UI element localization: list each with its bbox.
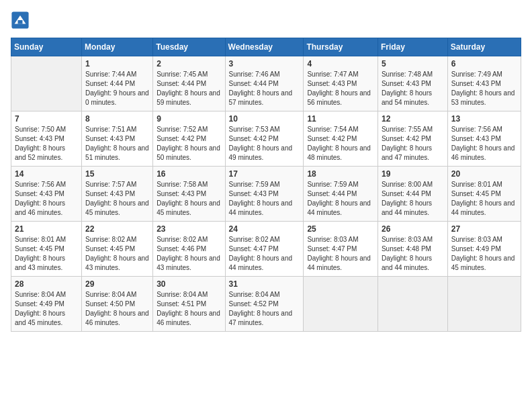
day-info: Sunrise: 7:52 AMSunset: 4:42 PMDaylight:…: [157, 125, 221, 163]
day-info: Sunrise: 7:45 AMSunset: 4:44 PMDaylight:…: [157, 70, 221, 107]
day-info: Sunrise: 7:50 AMSunset: 4:43 PMDaylight:…: [15, 125, 78, 163]
day-info: Sunrise: 8:03 AMSunset: 4:49 PMDaylight:…: [451, 235, 517, 273]
day-info: Sunrise: 7:58 AMSunset: 4:43 PMDaylight:…: [157, 180, 221, 218]
calendar-week-row: 21Sunrise: 8:01 AMSunset: 4:45 PMDayligh…: [11, 222, 521, 277]
weekday-header: Thursday: [304, 38, 378, 56]
calendar-cell: [11, 56, 82, 111]
day-number: 24: [229, 224, 300, 234]
calendar-cell: 13Sunrise: 7:56 AMSunset: 4:43 PMDayligh…: [447, 111, 521, 167]
calendar-body: 1Sunrise: 7:44 AMSunset: 4:44 PMDaylight…: [11, 56, 521, 332]
calendar-cell: 31Sunrise: 8:04 AMSunset: 4:52 PMDayligh…: [225, 277, 304, 332]
weekday-header: Saturday: [447, 38, 521, 56]
header-row: SundayMondayTuesdayWednesdayThursdayFrid…: [11, 38, 521, 56]
day-info: Sunrise: 8:00 AMSunset: 4:44 PMDaylight:…: [382, 180, 444, 218]
calendar-cell: 10Sunrise: 7:53 AMSunset: 4:42 PMDayligh…: [225, 111, 304, 167]
day-info: Sunrise: 8:02 AMSunset: 4:46 PMDaylight:…: [157, 235, 221, 273]
calendar-cell: 2Sunrise: 7:45 AMSunset: 4:44 PMDaylight…: [153, 56, 225, 111]
day-number: 16: [157, 169, 221, 179]
day-number: 8: [85, 114, 149, 124]
day-info: Sunrise: 8:04 AMSunset: 4:50 PMDaylight:…: [85, 290, 149, 328]
weekday-header: Tuesday: [153, 38, 225, 56]
day-info: Sunrise: 7:48 AMSunset: 4:43 PMDaylight:…: [382, 70, 444, 107]
calendar-cell: 7Sunrise: 7:50 AMSunset: 4:43 PMDaylight…: [11, 111, 82, 167]
day-info: Sunrise: 7:47 AMSunset: 4:43 PMDaylight:…: [307, 70, 374, 107]
day-number: 28: [15, 279, 78, 289]
calendar-cell: 11Sunrise: 7:54 AMSunset: 4:42 PMDayligh…: [304, 111, 378, 167]
calendar-week-row: 7Sunrise: 7:50 AMSunset: 4:43 PMDaylight…: [11, 111, 521, 167]
day-number: 23: [157, 224, 221, 234]
calendar-cell: 23Sunrise: 8:02 AMSunset: 4:46 PMDayligh…: [153, 222, 225, 277]
day-info: Sunrise: 7:46 AMSunset: 4:44 PMDaylight:…: [229, 70, 300, 107]
day-info: Sunrise: 8:01 AMSunset: 4:45 PMDaylight:…: [15, 235, 78, 273]
day-number: 31: [229, 279, 300, 289]
calendar-week-row: 1Sunrise: 7:44 AMSunset: 4:44 PMDaylight…: [11, 56, 521, 111]
calendar-cell: 28Sunrise: 8:04 AMSunset: 4:49 PMDayligh…: [11, 277, 82, 332]
calendar-cell: 5Sunrise: 7:48 AMSunset: 4:43 PMDaylight…: [378, 56, 447, 111]
day-number: 17: [229, 169, 300, 179]
weekday-header: Sunday: [11, 38, 82, 56]
calendar-table: SundayMondayTuesdayWednesdayThursdayFrid…: [11, 38, 521, 332]
day-number: 15: [85, 169, 149, 179]
svg-rect-2: [18, 20, 23, 24]
day-info: Sunrise: 7:59 AMSunset: 4:44 PMDaylight:…: [307, 180, 374, 218]
day-number: 6: [451, 59, 517, 68]
day-info: Sunrise: 7:51 AMSunset: 4:43 PMDaylight:…: [85, 125, 149, 163]
calendar-cell: 19Sunrise: 8:00 AMSunset: 4:44 PMDayligh…: [378, 167, 447, 222]
day-number: 13: [451, 114, 517, 124]
day-number: 1: [85, 59, 149, 68]
day-number: 7: [15, 114, 78, 124]
calendar-cell: 22Sunrise: 8:02 AMSunset: 4:45 PMDayligh…: [82, 222, 153, 277]
day-info: Sunrise: 7:49 AMSunset: 4:43 PMDaylight:…: [451, 70, 517, 107]
logo: [11, 11, 32, 30]
calendar-cell: 14Sunrise: 7:56 AMSunset: 4:43 PMDayligh…: [11, 167, 82, 222]
day-number: 4: [307, 59, 374, 68]
day-number: 27: [451, 224, 517, 234]
day-number: 30: [157, 279, 221, 289]
day-info: Sunrise: 8:01 AMSunset: 4:45 PMDaylight:…: [451, 180, 517, 218]
calendar-cell: 16Sunrise: 7:58 AMSunset: 4:43 PMDayligh…: [153, 167, 225, 222]
day-info: Sunrise: 7:59 AMSunset: 4:43 PMDaylight:…: [229, 180, 300, 218]
calendar-cell: 29Sunrise: 8:04 AMSunset: 4:50 PMDayligh…: [82, 277, 153, 332]
day-info: Sunrise: 8:02 AMSunset: 4:47 PMDaylight:…: [229, 235, 300, 273]
calendar-cell: 21Sunrise: 8:01 AMSunset: 4:45 PMDayligh…: [11, 222, 82, 277]
day-number: 26: [382, 224, 444, 234]
calendar-cell: 8Sunrise: 7:51 AMSunset: 4:43 PMDaylight…: [82, 111, 153, 167]
calendar-cell: 27Sunrise: 8:03 AMSunset: 4:49 PMDayligh…: [447, 222, 521, 277]
calendar-cell: 6Sunrise: 7:49 AMSunset: 4:43 PMDaylight…: [447, 56, 521, 111]
day-number: 9: [157, 114, 221, 124]
day-info: Sunrise: 8:04 AMSunset: 4:51 PMDaylight:…: [157, 290, 221, 328]
day-number: 3: [229, 59, 300, 68]
day-info: Sunrise: 8:03 AMSunset: 4:47 PMDaylight:…: [307, 235, 374, 273]
calendar-cell: 15Sunrise: 7:57 AMSunset: 4:43 PMDayligh…: [82, 167, 153, 222]
day-number: 2: [157, 59, 221, 68]
day-info: Sunrise: 7:44 AMSunset: 4:44 PMDaylight:…: [85, 70, 149, 107]
calendar-cell: 4Sunrise: 7:47 AMSunset: 4:43 PMDaylight…: [304, 56, 378, 111]
day-info: Sunrise: 8:04 AMSunset: 4:52 PMDaylight:…: [229, 290, 300, 328]
calendar-cell: 25Sunrise: 8:03 AMSunset: 4:47 PMDayligh…: [304, 222, 378, 277]
calendar-cell: [447, 277, 521, 332]
calendar-cell: [378, 277, 447, 332]
calendar-week-row: 28Sunrise: 8:04 AMSunset: 4:49 PMDayligh…: [11, 277, 521, 332]
day-info: Sunrise: 7:55 AMSunset: 4:42 PMDaylight:…: [382, 125, 444, 163]
calendar-cell: 30Sunrise: 8:04 AMSunset: 4:51 PMDayligh…: [153, 277, 225, 332]
day-number: 11: [307, 114, 374, 124]
day-number: 14: [15, 169, 78, 179]
calendar-header: SundayMondayTuesdayWednesdayThursdayFrid…: [11, 38, 521, 56]
day-number: 19: [382, 169, 444, 179]
page-header: [11, 11, 521, 30]
calendar-cell: 1Sunrise: 7:44 AMSunset: 4:44 PMDaylight…: [82, 56, 153, 111]
day-number: 12: [382, 114, 444, 124]
calendar-cell: 24Sunrise: 8:02 AMSunset: 4:47 PMDayligh…: [225, 222, 304, 277]
day-info: Sunrise: 7:54 AMSunset: 4:42 PMDaylight:…: [307, 125, 374, 163]
day-number: 21: [15, 224, 78, 234]
day-number: 22: [85, 224, 149, 234]
calendar-cell: [304, 277, 378, 332]
calendar-cell: 3Sunrise: 7:46 AMSunset: 4:44 PMDaylight…: [225, 56, 304, 111]
weekday-header: Monday: [82, 38, 153, 56]
day-number: 10: [229, 114, 300, 124]
logo-icon: [11, 11, 30, 30]
day-number: 25: [307, 224, 374, 234]
day-number: 29: [85, 279, 149, 289]
weekday-header: Friday: [378, 38, 447, 56]
day-number: 18: [307, 169, 374, 179]
